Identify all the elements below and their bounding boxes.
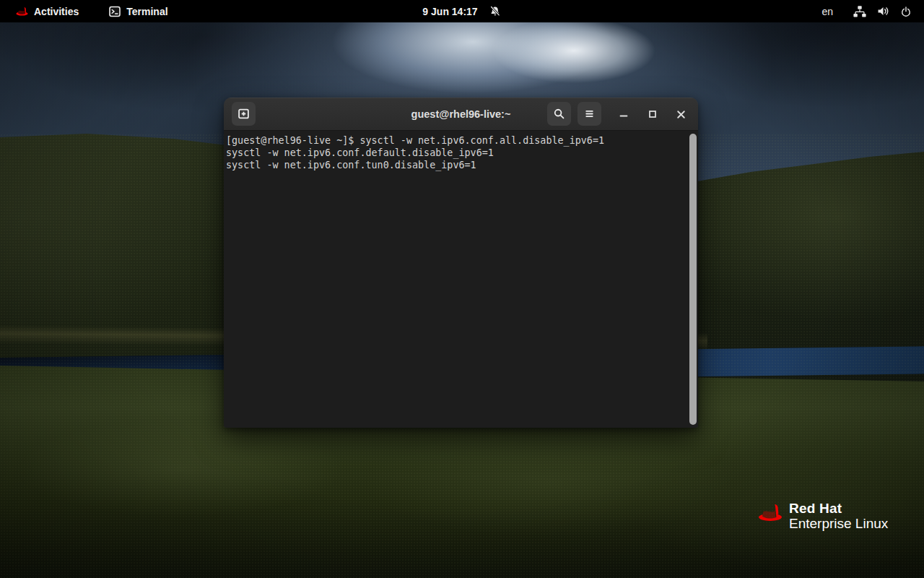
activities-button[interactable]: Activities [14, 0, 80, 22]
close-button[interactable] [672, 105, 689, 123]
terminal-line: sysctl -w net.ipv6.conf.tun0.disable_ipv… [226, 159, 685, 171]
maximize-button[interactable] [644, 105, 661, 123]
brand-name: Red Hat [789, 501, 888, 516]
system-status-menu[interactable]: en [821, 0, 924, 22]
power-icon [899, 5, 912, 18]
focused-app-menu[interactable]: Terminal [108, 0, 169, 22]
redhat-fedora-icon [758, 503, 783, 522]
clock-label: 9 Jun 14:17 [422, 6, 477, 17]
menu-button[interactable] [578, 102, 601, 126]
clock-button[interactable]: 9 Jun 14:17 [422, 0, 501, 22]
activities-label: Activities [34, 6, 79, 17]
search-button[interactable] [547, 102, 571, 126]
scrollbar-thumb[interactable] [689, 134, 697, 425]
terminal-line: sysctl -w net.ipv6.conf.default.disable_… [226, 147, 685, 159]
rhel-branding: Red Hat Enterprise Linux [758, 501, 888, 532]
top-bar: Activities Terminal 9 Jun 14:17 [0, 0, 924, 22]
brand-product: Enterprise Linux [789, 516, 888, 532]
terminal-line: [guest@rhel96-live ~]$ sysctl -w net.ipv… [226, 134, 685, 147]
redhat-logo-icon [16, 7, 28, 16]
keyboard-layout-indicator: en [821, 6, 833, 17]
window-title: guest@rhel96-live:~ [411, 98, 511, 131]
new-tab-button[interactable] [232, 102, 256, 126]
terminal-headerbar[interactable]: guest@rhel96-live:~ [224, 98, 698, 131]
terminal-app-icon [109, 6, 121, 17]
app-name-label: Terminal [126, 6, 167, 17]
minimize-button[interactable] [615, 105, 632, 123]
terminal-window: guest@rhel96-live:~ [224, 98, 698, 428]
notifications-disabled-icon [489, 5, 502, 17]
volume-icon [876, 5, 890, 17]
terminal-content[interactable]: [guest@rhel96-live ~]$ sysctl -w net.ipv… [224, 131, 698, 428]
network-wired-icon [853, 5, 867, 18]
